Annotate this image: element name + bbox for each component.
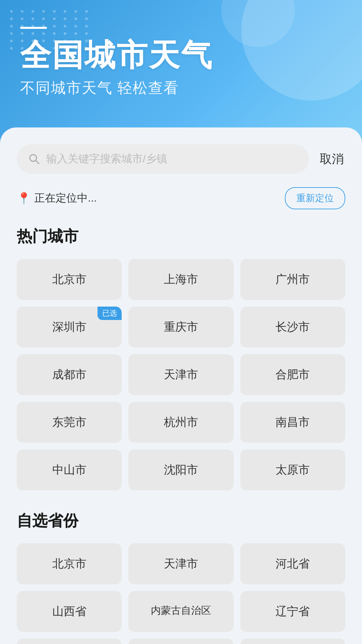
location-pin-icon: 📍 [17,192,31,205]
hot-cities-section: 热门城市 北京市上海市广州市深圳市已选重庆市长沙市成都市天津市合肥市东莞市杭州市… [17,226,345,490]
province-button[interactable]: 辽宁省 [240,591,345,632]
main-card: 输入关键字搜索城市/乡镇 取消 📍 正在定位中... 重新定位 热门城市 北京市… [0,127,362,644]
province-button[interactable]: 吉林省 [17,639,122,644]
header-background: 全国城市天气 不同城市天气 轻松查看 [0,0,362,141]
header-content: 全国城市天气 不同城市天气 轻松查看 [20,27,213,98]
province-button[interactable]: 北京市 [17,543,122,584]
hot-city-button[interactable]: 合肥市 [240,354,345,395]
province-button[interactable]: 内蒙古自治区 [128,591,233,632]
selected-badge: 已选 [98,307,122,320]
hot-city-button[interactable]: 重庆市 [128,307,233,347]
hot-city-button[interactable]: 天津市 [128,354,233,395]
province-button[interactable]: 河北省 [240,543,345,584]
hot-city-button[interactable]: 南昌市 [240,402,345,443]
provinces-section: 自选省份 北京市天津市河北省山西省内蒙古自治区辽宁省吉林省黑龙江省上海市 [17,511,345,644]
hot-city-button[interactable]: 广州市 [240,259,345,300]
province-button[interactable]: 黑龙江省 [128,639,233,644]
location-row: 📍 正在定位中... 重新定位 [17,187,345,209]
province-button[interactable]: 山西省 [17,591,122,632]
page-title: 全国城市天气 [20,38,213,72]
search-icon [28,153,40,165]
hot-city-button[interactable]: 东莞市 [17,402,122,443]
province-button[interactable]: 上海市 [240,639,345,644]
search-placeholder: 输入关键字搜索城市/乡镇 [46,152,298,166]
hot-city-button[interactable]: 太原市 [240,449,345,490]
svg-line-1 [36,161,39,164]
location-status-row: 📍 正在定位中... [17,191,97,206]
cancel-button[interactable]: 取消 [318,148,345,171]
hot-city-button[interactable]: 中山市 [17,449,122,490]
hot-city-button[interactable]: 上海市 [128,259,233,300]
provinces-title: 自选省份 [17,511,345,531]
hot-city-button[interactable]: 北京市 [17,259,122,300]
search-row: 输入关键字搜索城市/乡镇 取消 [17,144,345,174]
relocate-button[interactable]: 重新定位 [285,187,345,209]
header-line-decoration [20,27,47,29]
search-box[interactable]: 输入关键字搜索城市/乡镇 [17,144,309,174]
hot-city-button[interactable]: 杭州市 [128,402,233,443]
page-subtitle: 不同城市天气 轻松查看 [20,78,213,98]
hot-city-button[interactable]: 沈阳市 [128,449,233,490]
hot-cities-grid: 北京市上海市广州市深圳市已选重庆市长沙市成都市天津市合肥市东莞市杭州市南昌市中山… [17,259,345,490]
location-status-text: 正在定位中... [34,191,97,206]
hot-city-button[interactable]: 长沙市 [240,307,345,347]
hot-city-button[interactable]: 深圳市已选 [17,307,122,347]
provinces-grid: 北京市天津市河北省山西省内蒙古自治区辽宁省吉林省黑龙江省上海市 [17,543,345,644]
hot-cities-title: 热门城市 [17,226,345,247]
province-button[interactable]: 天津市 [128,543,233,584]
hot-city-button[interactable]: 成都市 [17,354,122,395]
